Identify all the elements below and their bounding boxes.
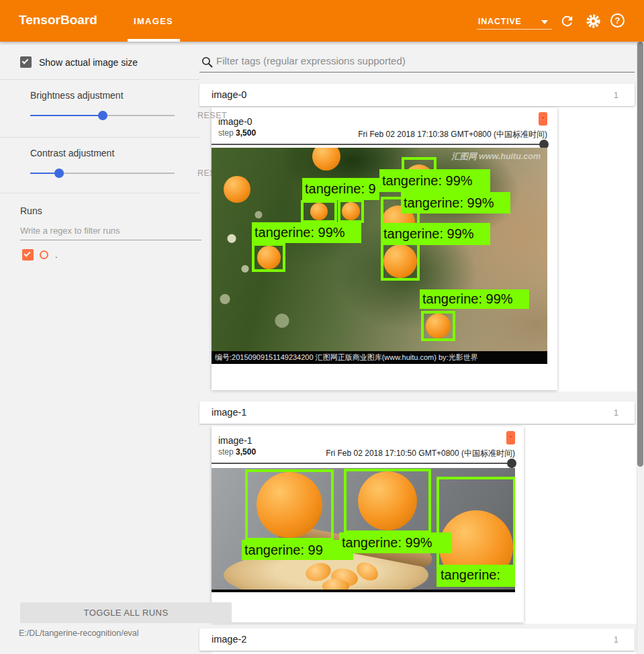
detection-box bbox=[252, 243, 285, 272]
tag-card-image-0[interactable]: image-0 1 bbox=[199, 84, 635, 106]
run-checkbox[interactable] bbox=[22, 249, 34, 261]
slider-thumb[interactable] bbox=[54, 169, 64, 178]
detection-label: tangerine: 99% bbox=[379, 169, 490, 192]
slider-track bbox=[212, 463, 515, 464]
run-color-swatch bbox=[40, 250, 48, 259]
status-dropdown[interactable]: INACTIVE bbox=[478, 17, 522, 26]
tag-count-badge: 1 bbox=[614, 628, 618, 651]
step-slider[interactable] bbox=[212, 459, 515, 468]
tag-card-image-2[interactable]: image-2 1 bbox=[199, 628, 635, 651]
settings-gear-icon[interactable] bbox=[586, 13, 602, 30]
show-actual-size-row[interactable]: Show actual image size bbox=[20, 56, 138, 68]
sidebar-divider bbox=[0, 79, 199, 80]
app-header: TensorBoard IMAGES INACTIVE ? bbox=[0, 0, 644, 42]
timestamp: Fri Feb 02 2018 17:10:38 GMT+0800 (中国标准时… bbox=[212, 129, 547, 140]
status-underline bbox=[477, 29, 552, 30]
detection-label: tangerine: 99 bbox=[242, 540, 353, 560]
help-icon[interactable]: ? bbox=[610, 13, 627, 30]
slider-thumb[interactable] bbox=[98, 111, 107, 120]
photo-caption-bar: 编号:20150909151149234200 汇图网正版商业图库(www.hu… bbox=[212, 351, 547, 364]
tab-images[interactable]: IMAGES bbox=[134, 16, 173, 26]
image-viewer-card: image-1 step 3,500 Fri Feb 02 2018 17:10… bbox=[212, 426, 524, 622]
timestamp: Fri Feb 02 2018 17:10:50 GMT+0800 (中国标准时… bbox=[212, 448, 515, 459]
filter-tags-field[interactable] bbox=[199, 54, 635, 73]
sidebar-divider bbox=[0, 193, 199, 193]
photo-edge bbox=[212, 590, 515, 592]
toggle-all-runs-button[interactable]: TOGGLE ALL RUNS bbox=[20, 602, 232, 623]
photo-watermark: 汇图网 www.huitu.com bbox=[451, 151, 541, 162]
refresh-icon[interactable] bbox=[559, 13, 576, 30]
detection-label: tangerine: 99% bbox=[339, 532, 452, 553]
sidebar-divider bbox=[0, 137, 199, 138]
detection-box bbox=[344, 469, 431, 533]
run-chip: . bbox=[539, 112, 547, 126]
contrast-slider[interactable] bbox=[30, 169, 175, 178]
tag-name: image-2 bbox=[212, 628, 246, 651]
tag-count-badge: 1 bbox=[614, 84, 618, 106]
detection-box bbox=[301, 200, 337, 223]
scrollbar-thumb[interactable] bbox=[637, 42, 643, 467]
check-icon bbox=[24, 250, 31, 257]
tag-pane-image-0: image-0 step 3,500 Fri Feb 02 2018 17:10… bbox=[212, 106, 637, 391]
slider-fill bbox=[30, 115, 103, 116]
chevron-down-icon[interactable] bbox=[541, 20, 548, 24]
detection-box bbox=[421, 311, 455, 341]
runs-regex-input[interactable] bbox=[20, 226, 201, 240]
sample-image-0: 汇图网 www.huitu.com tangerine: 9tangerine:… bbox=[212, 148, 547, 364]
brightness-slider[interactable] bbox=[30, 111, 175, 120]
slider-thumb[interactable] bbox=[507, 459, 516, 468]
check-icon bbox=[22, 58, 29, 64]
filter-tags-input[interactable] bbox=[216, 55, 619, 66]
app-title: TensorBoard bbox=[19, 13, 97, 28]
detection-label: tangerine: 99% bbox=[401, 192, 510, 214]
run-row[interactable]: . bbox=[22, 249, 58, 261]
image-viewer-card: image-0 step 3,500 Fri Feb 02 2018 17:10… bbox=[212, 107, 557, 390]
run-chip: . bbox=[506, 431, 515, 445]
brightness-reset-button[interactable]: RESET bbox=[197, 111, 227, 120]
tag-count-badge: 1 bbox=[614, 402, 618, 424]
brightness-label: Brightness adjustment bbox=[30, 90, 124, 101]
detection-label: tangerine: 9 bbox=[302, 178, 379, 200]
tangerine-fruit bbox=[312, 148, 340, 171]
tag-name: image-0 bbox=[212, 84, 246, 106]
tab-active-underline bbox=[128, 39, 180, 42]
run-name: . bbox=[55, 250, 58, 260]
search-icon bbox=[201, 56, 214, 68]
image-viewer-title: image-1 bbox=[218, 435, 252, 446]
log-directory-path: E:/DL/tangerine-recognition/eval bbox=[19, 628, 139, 638]
detection-box bbox=[245, 469, 334, 541]
tag-pane-image-1: image-1 step 3,500 Fri Feb 02 2018 17:10… bbox=[212, 425, 637, 624]
contrast-label: Contrast adjustment bbox=[30, 148, 114, 158]
sample-image-1: tangerine: 99tangerine: 99%tangerine: bbox=[212, 468, 515, 592]
show-actual-size-label: Show actual image size bbox=[39, 57, 138, 68]
detection-label: tangerine: 99% bbox=[381, 223, 490, 245]
tangerine-fruit bbox=[224, 176, 250, 203]
detection-label: tangerine: 99% bbox=[252, 222, 361, 243]
detection-label: tangerine: 99% bbox=[420, 289, 529, 309]
slider-track bbox=[212, 144, 547, 145]
detection-label: tangerine: bbox=[438, 565, 515, 585]
vertical-scrollbar[interactable] bbox=[637, 42, 644, 654]
tag-name: image-1 bbox=[212, 402, 246, 424]
detection-box bbox=[338, 199, 364, 223]
tag-card-image-1[interactable]: image-1 1 bbox=[199, 402, 635, 424]
show-actual-size-checkbox[interactable] bbox=[20, 56, 32, 68]
runs-title: Runs bbox=[20, 205, 42, 216]
